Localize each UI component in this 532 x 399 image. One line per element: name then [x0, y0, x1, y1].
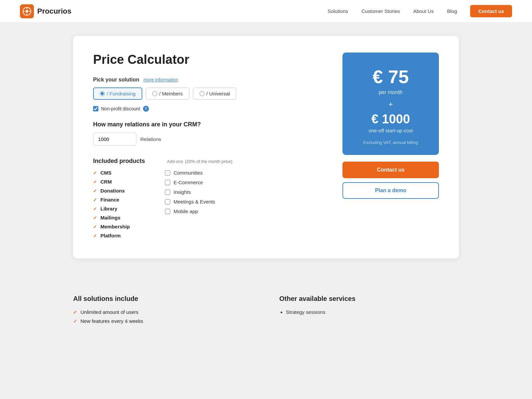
check-icon-cms: ✓ [93, 170, 97, 176]
solution-members-radio[interactable] [152, 91, 157, 96]
page-wrapper: Price Calculator Pick your solution more… [66, 23, 466, 278]
calculator-left: Price Calculator Pick your solution more… [93, 53, 323, 242]
solution-universal-radio[interactable] [200, 91, 204, 96]
page-title: Price Calculator [93, 53, 323, 67]
check-icon-donations: ✓ [93, 188, 97, 194]
logo-link[interactable]: Procurios [20, 4, 71, 18]
check-icon-crm: ✓ [93, 179, 97, 185]
check-icon-library: ✓ [93, 206, 97, 211]
logo-text: Procurios [37, 7, 71, 16]
product-cms: ✓ CMS [93, 170, 145, 176]
svg-point-1 [26, 10, 28, 13]
addon-insights[interactable]: Insights [165, 189, 232, 195]
nonprofit-discount-row: Non-profit discount ? [93, 106, 323, 112]
price-note: Excluding VAT, annual billing [352, 140, 429, 145]
crm-input-row: Relations [93, 133, 323, 146]
addon-meetings-events-checkbox[interactable] [165, 199, 170, 204]
crm-question: How many relations are in your CRM? [93, 121, 323, 128]
nav-about-us[interactable]: About Us [413, 8, 434, 14]
footer-item-unlimited-users: ✓ Unlimited amount of users [73, 309, 253, 315]
other-services-col: Other available services Strategy sessio… [279, 295, 459, 327]
product-donations: ✓ Donations [93, 188, 145, 194]
price-startup-label: one-off start-up cost [352, 128, 429, 133]
product-membership: ✓ Membership [93, 224, 145, 229]
all-solutions-heading: All solutions include [73, 295, 253, 303]
more-info-link[interactable]: more information [143, 77, 178, 82]
nonprofit-discount-checkbox[interactable] [93, 106, 98, 111]
product-crm: ✓ CRM [93, 179, 145, 185]
all-solutions-col: All solutions include ✓ Unlimited amount… [73, 295, 253, 327]
included-products-col: Included products ✓ CMS ✓ CRM ✓ Donation… [93, 158, 145, 242]
nonprofit-discount-label: Non-profit discount [101, 106, 140, 111]
product-platform: ✓ Platform [93, 233, 145, 238]
relations-label: Relations [140, 136, 161, 142]
check-icon-finance: ✓ [93, 197, 97, 202]
price-card: € 75 per month + € 1000 one-off start-up… [342, 53, 439, 155]
plan-demo-button[interactable]: Plan a demo [342, 182, 439, 199]
check-icon-membership: ✓ [93, 224, 97, 229]
included-products-heading: Included products [93, 158, 145, 165]
addon-mobile-app[interactable]: Mobile app [165, 208, 232, 214]
product-library: ✓ Library [93, 206, 145, 211]
nav-blog[interactable]: Blog [447, 8, 457, 14]
price-plus: + [352, 100, 429, 109]
addon-insights-checkbox[interactable] [165, 190, 170, 195]
check-icon-mailings: ✓ [93, 215, 97, 220]
other-services-heading: Other available services [279, 295, 459, 303]
solution-fundraising[interactable]: / Fundraising [93, 87, 142, 100]
solution-universal[interactable]: / Universal [193, 87, 237, 100]
navigation: Procurios Solutions Customer Stories Abo… [0, 0, 532, 23]
help-icon[interactable]: ? [143, 106, 149, 112]
calculator-card: Price Calculator Pick your solution more… [73, 36, 459, 258]
price-main: € 75 [352, 66, 429, 87]
other-services-list: Strategy sessions [279, 309, 459, 315]
addon-communities-checkbox[interactable] [165, 170, 170, 176]
nav-customer-stories[interactable]: Customer Stories [361, 8, 400, 14]
addons-heading: Add-ons(20% of the month price) [165, 158, 232, 165]
logo-icon [20, 4, 34, 18]
solution-fundraising-radio[interactable] [100, 91, 105, 96]
check-icon-features: ✓ [73, 319, 77, 324]
addon-ecommerce[interactable]: E-Commerce [165, 180, 232, 185]
product-finance: ✓ Finance [93, 197, 145, 202]
nav-solutions[interactable]: Solutions [328, 8, 348, 14]
footer-item-new-features: ✓ New features every 4 weeks [73, 318, 253, 324]
product-mailings: ✓ Mailings [93, 215, 145, 220]
addon-meetings-events[interactable]: Meetings & Events [165, 199, 232, 204]
crm-input[interactable] [93, 133, 136, 146]
check-icon-platform: ✓ [93, 233, 97, 238]
price-per-month: per month [352, 89, 429, 95]
price-startup: € 1000 [352, 112, 429, 126]
calculator-right: € 75 per month + € 1000 one-off start-up… [342, 53, 439, 242]
solution-members[interactable]: / Members [146, 87, 190, 100]
other-service-strategy: Strategy sessions [286, 309, 459, 315]
footer-section: All solutions include ✓ Unlimited amount… [66, 278, 466, 340]
solution-radio-group: / Fundraising / Members / Universal [93, 87, 323, 100]
check-icon-unlimited: ✓ [73, 310, 77, 315]
products-row: Included products ✓ CMS ✓ CRM ✓ Donation… [93, 158, 323, 242]
addon-mobile-app-checkbox[interactable] [165, 209, 170, 214]
nav-contact-button[interactable]: Contact us [470, 5, 512, 17]
addon-ecommerce-checkbox[interactable] [165, 180, 170, 185]
addon-communities[interactable]: Communities [165, 170, 232, 176]
pick-solution-label: Pick your solution more information [93, 77, 323, 83]
contact-us-button[interactable]: Contact us [342, 162, 439, 178]
addons-col: Add-ons(20% of the month price) Communit… [165, 158, 232, 242]
nav-links: Solutions Customer Stories About Us Blog… [328, 5, 512, 17]
